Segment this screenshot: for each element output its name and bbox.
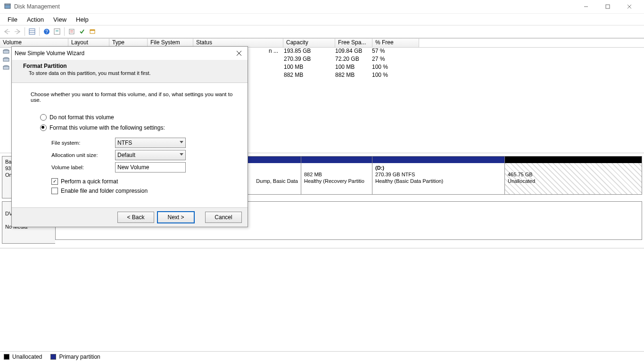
svg-rect-26 bbox=[3, 66, 9, 69]
refresh-icon[interactable] bbox=[52, 26, 62, 37]
legend-primary: Primary partition bbox=[59, 354, 100, 360]
radio-icon bbox=[40, 124, 47, 131]
select-filesystem[interactable]: NTFS bbox=[115, 138, 186, 148]
window-icon[interactable] bbox=[87, 26, 98, 37]
checkbox-compression[interactable]: Enable file and folder compression bbox=[51, 188, 234, 194]
radio-no-format[interactable]: Do not format this volume bbox=[40, 114, 234, 121]
legend-unallocated: Unallocated bbox=[12, 354, 42, 360]
pct-cell: 57 % bbox=[369, 48, 415, 56]
svg-rect-14 bbox=[69, 29, 74, 34]
back-icon[interactable] bbox=[2, 26, 12, 37]
svg-rect-1 bbox=[5, 4, 10, 5]
label-volume-label: Volume label: bbox=[51, 165, 115, 170]
wizard-dialog: New Simple Volume Wizard Format Partitio… bbox=[11, 46, 248, 227]
checkbox-icon bbox=[51, 188, 58, 194]
maximize-button[interactable] bbox=[597, 0, 619, 13]
radio-icon bbox=[40, 114, 47, 121]
help-icon[interactable]: ? bbox=[41, 26, 52, 37]
cancel-button[interactable]: Cancel bbox=[205, 212, 242, 223]
wizard-close-button[interactable] bbox=[233, 49, 245, 58]
app-icon bbox=[4, 3, 11, 10]
toolbar: ? bbox=[0, 25, 644, 38]
col-pctfree[interactable]: % Free bbox=[372, 39, 419, 47]
svg-rect-18 bbox=[90, 30, 95, 31]
checkbox-quick-format[interactable]: ✓ Perform a quick format bbox=[51, 178, 234, 185]
partition-d[interactable]: (D:) 270.39 GB NTFS Healthy (Basic Data … bbox=[372, 156, 504, 194]
next-button[interactable]: Next > bbox=[157, 211, 195, 223]
svg-rect-24 bbox=[3, 58, 9, 61]
back-button[interactable]: < Back bbox=[117, 212, 154, 223]
svg-rect-0 bbox=[5, 5, 10, 8]
close-button[interactable] bbox=[619, 0, 640, 13]
checkbox-icon: ✓ bbox=[51, 178, 58, 185]
wizard-title: New Simple Volume Wizard bbox=[15, 50, 233, 57]
chevron-down-icon bbox=[180, 153, 183, 156]
svg-rect-8 bbox=[29, 29, 35, 34]
menu-action[interactable]: Action bbox=[22, 15, 49, 24]
svg-text:?: ? bbox=[45, 29, 48, 34]
label-filesystem: File system: bbox=[51, 140, 115, 146]
col-freespace[interactable]: Free Spa... bbox=[335, 39, 372, 47]
table-view-icon[interactable] bbox=[27, 26, 37, 37]
volume-icon bbox=[3, 65, 9, 72]
wizard-section-subtitle: To store data on this partition, you mus… bbox=[23, 70, 236, 76]
check-icon[interactable] bbox=[77, 26, 87, 37]
volume-icon bbox=[3, 57, 9, 64]
svg-rect-3 bbox=[606, 5, 610, 8]
radio-format[interactable]: Format this volume with the following se… bbox=[40, 124, 234, 131]
partition-unallocated[interactable]: 465.75 GB Unallocated bbox=[504, 156, 642, 194]
input-volume-label[interactable]: New Volume bbox=[115, 162, 186, 173]
volume-icon bbox=[3, 49, 9, 56]
select-allocation[interactable]: Default bbox=[115, 150, 186, 160]
menu-help[interactable]: Help bbox=[71, 15, 93, 24]
menubar: File Action View Help bbox=[0, 14, 644, 25]
col-capacity[interactable]: Capacity bbox=[283, 39, 335, 47]
chevron-down-icon bbox=[180, 141, 183, 143]
menu-view[interactable]: View bbox=[49, 15, 71, 24]
svg-rect-22 bbox=[3, 50, 9, 53]
minimize-button[interactable] bbox=[575, 0, 597, 13]
wizard-intro-text: Choose whether you want to format this v… bbox=[31, 91, 234, 103]
forward-icon[interactable] bbox=[12, 26, 23, 37]
capacity-cell: 193.85 GB bbox=[281, 48, 332, 56]
app-title: Disk Management bbox=[14, 3, 575, 10]
partition-recovery[interactable]: 882 MB Healthy (Recovery Partitio bbox=[301, 156, 372, 194]
properties-icon[interactable] bbox=[66, 26, 77, 37]
menu-file[interactable]: File bbox=[3, 15, 22, 24]
legend-bar: Unallocated Primary partition bbox=[0, 351, 644, 362]
wizard-section-title: Format Partition bbox=[23, 63, 236, 69]
free-cell: 109.84 GB bbox=[332, 48, 369, 56]
label-allocation: Allocation unit size: bbox=[51, 152, 115, 158]
